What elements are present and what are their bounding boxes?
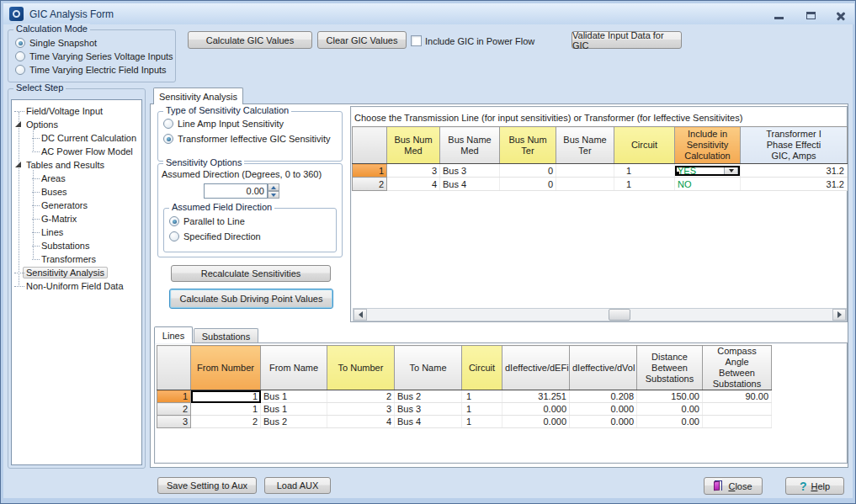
column-header-from-number[interactable]: From Number	[191, 346, 261, 390]
grid-cell[interactable]: 1	[614, 178, 675, 191]
radio-line-amp-input-sensitivity[interactable]: Line Amp Input Sensitivity	[163, 118, 284, 130]
assumed-direction-spinner[interactable]	[268, 183, 279, 199]
tree-item-areas[interactable]: Areas	[12, 172, 141, 185]
row-header[interactable]: 2	[353, 178, 387, 191]
grid-cell[interactable]: 31.2	[741, 178, 848, 191]
radio-time-varying-field[interactable]: Time Varying Electric Field Inputs	[15, 64, 167, 76]
recalculate-sensitivities-button[interactable]: Recalculate Sensitivities	[171, 265, 331, 282]
grid-cell[interactable]: 1	[614, 164, 675, 178]
column-header-dieffective-defield[interactable]: dIeffective/dEFi	[502, 346, 570, 390]
scroll-right-button[interactable]	[832, 309, 846, 321]
validate-input-button[interactable]: Validate Input Data for GIC	[572, 31, 682, 49]
radio-transformer-ieffective-sensitivity[interactable]: Transformer Ieffective GIC Sensitivity	[163, 133, 331, 145]
column-header-circuit[interactable]: Circuit	[614, 127, 675, 164]
grid-cell[interactable]: 90.00	[703, 390, 772, 403]
radio-time-varying-series[interactable]: Time Varying Series Voltage Inputs	[15, 50, 173, 62]
restore-button[interactable]	[802, 9, 819, 22]
column-header-distance-between-substations[interactable]: Distance Between Substations	[637, 346, 703, 390]
grid-cell[interactable]: 3	[387, 164, 440, 178]
row-header[interactable]: 2	[157, 403, 191, 416]
include-sensitivity-dropdown-cell[interactable]: YES	[675, 164, 741, 178]
calculate-gic-values-button[interactable]: Calculate GIC Values	[188, 31, 312, 49]
tree-item-field-voltage-input[interactable]: Field/Voltage Input	[12, 104, 141, 118]
tree-item-g-matrix[interactable]: G-Matrix	[12, 212, 141, 225]
corner-header[interactable]	[157, 346, 191, 390]
grid-cell[interactable]: Bus 1	[261, 390, 327, 403]
help-button[interactable]: ? Help	[785, 477, 844, 495]
grid-cell[interactable]: 0	[500, 178, 556, 191]
grid-cell[interactable]: 1	[462, 390, 502, 403]
tree-item-substations[interactable]: Substations	[12, 239, 141, 252]
grid-cell[interactable]: 1	[191, 403, 261, 416]
column-header-bus-name-med[interactable]: Bus Name Med	[440, 127, 500, 164]
column-header-bus-num-med[interactable]: Bus Num Med	[387, 127, 440, 164]
column-header-circuit[interactable]: Circuit	[462, 346, 502, 390]
title-bar[interactable]: GIC Analysis Form	[3, 3, 854, 24]
expanded-triangle-icon[interactable]	[15, 121, 21, 127]
tree-item-ac-power-flow-model[interactable]: AC Power Flow Model	[12, 145, 141, 158]
grid-cell[interactable]: Bus 3	[440, 164, 500, 178]
grid-cell[interactable]: NO	[675, 178, 741, 191]
radio-single-snapshot[interactable]: Single Snapshot	[15, 37, 97, 49]
grid-cell[interactable]	[556, 178, 614, 191]
tree-item-transformers[interactable]: Transformers	[12, 252, 141, 266]
grid-cell[interactable]: 0.000	[502, 416, 570, 428]
grid-cell[interactable]: Bus 2	[261, 416, 327, 428]
save-setting-to-aux-button[interactable]: Save Setting to Aux	[157, 477, 257, 494]
grid-cell[interactable]	[703, 403, 772, 416]
row-header[interactable]: 1	[157, 390, 191, 403]
tree-item-lines[interactable]: Lines	[12, 225, 141, 239]
tree-item-options[interactable]: Options	[12, 118, 141, 131]
grid-cell[interactable]: 150.00	[637, 390, 703, 403]
clear-gic-values-button[interactable]: Clear GIC Values	[317, 31, 407, 49]
grid-cell[interactable]	[556, 164, 614, 178]
tab-sensitivity-analysis[interactable]: Sensitivity Analysis	[153, 88, 243, 104]
tab-lines[interactable]: Lines	[154, 326, 193, 343]
tree-item-tables-and-results[interactable]: Tables and Results	[12, 158, 141, 172]
column-header-to-number[interactable]: To Number	[327, 346, 395, 390]
grid-cell[interactable]: 0.00	[637, 416, 703, 428]
column-header-include-in-sensitivity[interactable]: Include in Sensitivity Calculation	[675, 127, 741, 164]
column-header-bus-name-ter[interactable]: Bus Name Ter	[556, 127, 614, 164]
selected-grid-cell[interactable]: 1	[191, 390, 261, 403]
grid-cell[interactable]: 31.251	[502, 390, 570, 403]
radio-parallel-to-line[interactable]: Parallel to Line	[169, 215, 245, 227]
column-header-compass-angle[interactable]: Compass Angle Between Substations	[703, 346, 772, 390]
fill-handle[interactable]	[675, 172, 679, 176]
column-header-bus-num-ter[interactable]: Bus Num Ter	[500, 127, 556, 164]
grid-cell[interactable]: 31.2	[741, 164, 848, 178]
tree-item-generators[interactable]: Generators	[12, 199, 141, 212]
tree-item-sensitivity-analysis[interactable]: Sensitivity Analysis	[12, 266, 141, 279]
grid-cell[interactable]: 0.208	[570, 390, 637, 403]
corner-header[interactable]	[353, 127, 387, 164]
grid-cell[interactable]: 3	[327, 403, 395, 416]
grid-cell[interactable]: Bus 3	[395, 403, 462, 416]
spin-up-button[interactable]	[268, 183, 279, 191]
dropdown-button[interactable]	[724, 166, 738, 176]
tab-substations[interactable]: Substations	[194, 328, 258, 343]
grid-cell[interactable]: 0.000	[570, 403, 637, 416]
grid-cell[interactable]: Bus 2	[395, 390, 462, 403]
grid-cell[interactable]: 0	[500, 164, 556, 178]
load-aux-button[interactable]: Load AUX	[264, 477, 331, 494]
spin-down-button[interactable]	[268, 191, 279, 199]
scroll-left-button[interactable]	[354, 309, 367, 321]
grid-cell[interactable]: Bus 4	[395, 416, 462, 428]
tree-item-dc-current-calculation[interactable]: DC Current Calculation	[12, 131, 141, 145]
grid-cell[interactable]: 0.000	[502, 403, 570, 416]
grid-cell[interactable]: 2	[327, 390, 395, 403]
row-header[interactable]: 1	[353, 164, 387, 178]
grid-cell[interactable]: Bus 1	[261, 403, 327, 416]
grid-cell[interactable]: 1	[462, 403, 502, 416]
grid-cell[interactable]: 2	[191, 416, 261, 428]
calculate-sub-driving-point-button[interactable]: Calculate Sub Driving Point Values	[169, 289, 333, 309]
scrollbar-thumb[interactable]	[609, 309, 630, 321]
radio-specified-direction[interactable]: Specified Direction	[169, 231, 261, 242]
grid-cell[interactable]: 0.000	[570, 416, 637, 428]
tree-item-buses[interactable]: Buses	[12, 185, 141, 199]
grid-cell[interactable]: Bus 4	[440, 178, 500, 191]
row-header[interactable]: 3	[157, 416, 191, 428]
close-window-button[interactable]	[832, 9, 849, 22]
expanded-triangle-icon[interactable]	[15, 162, 21, 167]
horizontal-scrollbar[interactable]	[353, 308, 847, 321]
